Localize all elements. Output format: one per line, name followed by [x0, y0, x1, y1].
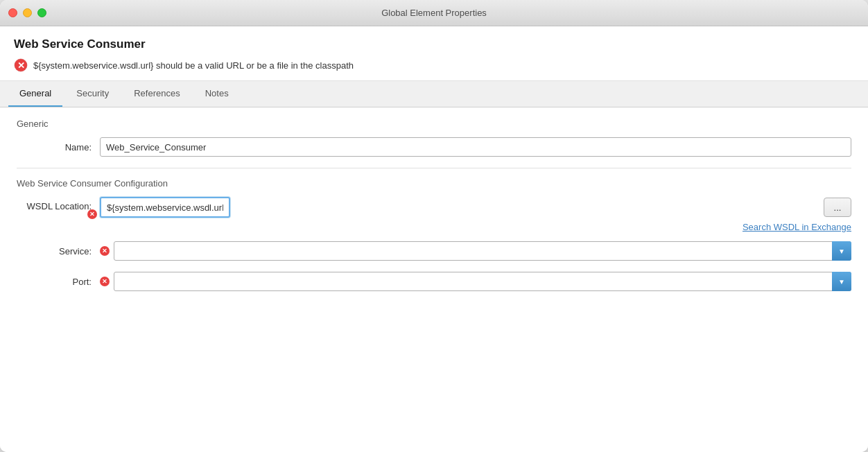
wsdl-location-row: WSDL Location: ✕ ... Search WSDL in Exch… [17, 197, 851, 241]
wsdl-location-label: WSDL Location: [17, 197, 100, 211]
wsc-section-label: Web Service Consumer Configuration [17, 178, 851, 189]
wsdl-input-row: ✕ ... [100, 197, 851, 218]
name-row: Name: [17, 137, 851, 157]
service-error-badge: ✕ [100, 246, 110, 256]
traffic-lights [8, 8, 46, 17]
main-window: Global Element Properties Web Service Co… [0, 0, 868, 452]
tab-notes[interactable]: Notes [194, 81, 240, 107]
generic-section-label: Generic [17, 119, 851, 129]
minimize-button[interactable] [23, 8, 32, 17]
port-row: Port: ✕ ▼ [17, 272, 851, 291]
port-label: Port: [17, 277, 100, 287]
content-area: Web Service Consumer ✕ ${system.webservi… [0, 26, 868, 452]
section-divider [17, 168, 851, 168]
name-label: Name: [17, 142, 100, 153]
error-icon: ✕ [14, 58, 28, 72]
service-select-wrapper: ▼ [114, 241, 851, 261]
search-wsdl-container: Search WSDL in Exchange [100, 220, 851, 233]
service-label: Service: [17, 246, 100, 257]
port-wrapper: ✕ ▼ [100, 272, 851, 291]
port-error-badge: ✕ [100, 277, 110, 286]
window-title: Global Element Properties [381, 8, 487, 18]
svg-text:✕: ✕ [17, 60, 25, 71]
wsdl-error-badge: ✕ [87, 209, 97, 219]
tab-references[interactable]: References [123, 81, 191, 107]
port-select-wrapper: ▼ [114, 272, 851, 291]
maximize-button[interactable] [37, 8, 46, 17]
error-row: ✕ ${system.webservice.wsdl.url} should b… [14, 58, 854, 72]
close-button[interactable] [8, 8, 17, 17]
name-input[interactable] [100, 137, 851, 157]
wsdl-location-input[interactable] [100, 197, 230, 218]
tab-general[interactable]: General [8, 81, 62, 107]
browse-button[interactable]: ... [824, 198, 851, 217]
service-row: Service: ✕ ▼ [17, 241, 851, 261]
port-select[interactable] [114, 272, 851, 291]
tab-security[interactable]: Security [65, 81, 120, 107]
header-section: Web Service Consumer ✕ ${system.webservi… [0, 26, 868, 81]
search-wsdl-link[interactable]: Search WSDL in Exchange [743, 222, 851, 232]
tabs-bar: General Security References Notes [0, 81, 868, 107]
error-message: ${system.webservice.wsdl.url} should be … [33, 60, 354, 71]
service-select[interactable] [114, 241, 851, 261]
service-wrapper: ✕ ▼ [100, 241, 851, 261]
wsdl-error-wrapper: ✕ [100, 197, 819, 218]
component-title: Web Service Consumer [14, 37, 854, 51]
title-bar: Global Element Properties [0, 0, 868, 26]
form-area: Generic Name: Web Service Consumer Confi… [0, 107, 868, 452]
